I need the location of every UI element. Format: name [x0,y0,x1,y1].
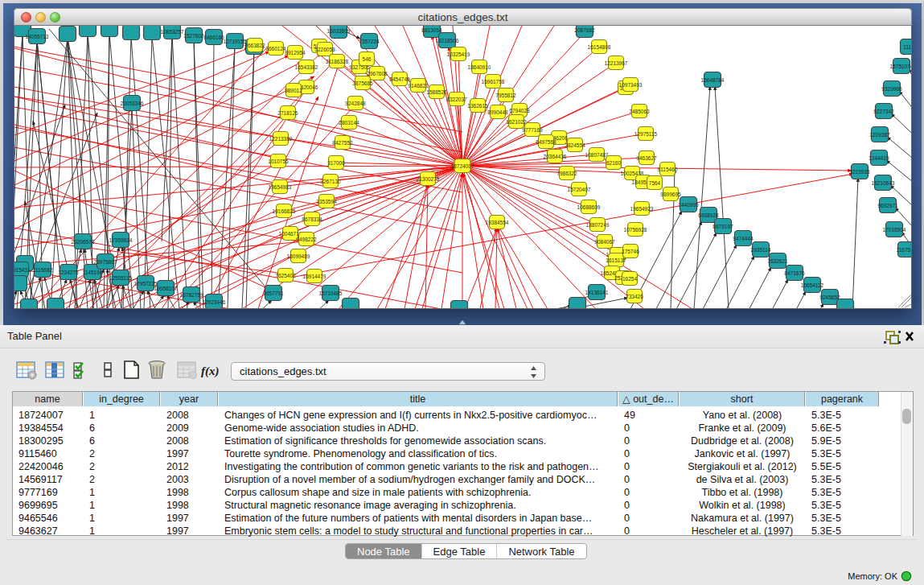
svg-text:18640910: 18640910 [468,64,491,70]
svg-text:1527602: 1527602 [183,33,204,39]
svg-text:14055713: 14055713 [26,34,49,39]
svg-text:1621022: 1621022 [506,119,527,125]
svg-text:10756928: 10756928 [624,227,647,233]
svg-text:1115682: 1115682 [33,267,53,273]
svg-text:8322037: 8322037 [446,97,467,102]
svg-text:1167534: 1167534 [897,247,912,253]
svg-text:1010755: 1010755 [268,159,289,164]
svg-text:23975867: 23975867 [94,259,117,265]
svg-text:10807487: 10807487 [585,152,609,158]
svg-text:9329966: 9329966 [881,86,902,92]
svg-text:10654112: 10654112 [801,282,824,288]
svg-text:6938928: 6938928 [698,212,719,218]
svg-text:9498222: 9498222 [296,237,317,242]
svg-text:175746: 175746 [622,249,639,254]
svg-text:1145194: 1145194 [83,270,103,275]
svg-text:17359924: 17359924 [109,237,133,243]
svg-text:8912954: 8912954 [285,50,306,56]
svg-text:1209387: 1209387 [869,132,890,138]
svg-text:989012: 989012 [285,88,302,93]
svg-text:10325419: 10325419 [447,51,470,57]
svg-text:6497568: 6497568 [536,139,556,145]
svg-text:7632621: 7632621 [767,258,788,264]
svg-text:8466160: 8466160 [203,35,224,40]
svg-text:9084067: 9084067 [594,239,615,245]
svg-text:18807249: 18807249 [586,222,610,228]
svg-text:15751074: 15751074 [890,64,912,69]
svg-text:9657791: 9657791 [263,290,284,296]
svg-text:9242848: 9242848 [345,101,366,106]
svg-text:6679197: 6679197 [713,224,733,229]
svg-text:9463627: 9463627 [636,155,657,161]
svg-text:1353594: 1353594 [316,199,337,204]
svg-text:10719155: 10719155 [224,39,247,44]
svg-text:16254: 16254 [622,276,637,282]
svg-text:12923446: 12923446 [203,299,226,305]
svg-text:19218506: 19218506 [436,38,459,43]
svg-text:20053346: 20053346 [121,101,144,106]
svg-text:9692971: 9692971 [877,203,898,208]
svg-text:1117: 1117 [903,44,912,50]
svg-text:546: 546 [363,56,372,62]
svg-text:19384554: 19384554 [486,220,509,225]
svg-text:1362615: 1362615 [467,103,488,109]
svg-text:7663822: 7663822 [244,43,265,48]
svg-text:3824554: 3824554 [565,142,585,148]
svg-text:3215935: 3215935 [849,169,870,175]
svg-text:8813054: 8813054 [421,27,442,33]
svg-text:16961758: 16961758 [482,79,505,84]
svg-text:10973493: 10973493 [619,82,643,88]
svg-text:12505115: 12505115 [109,275,133,281]
svg-text:12213389: 12213389 [269,136,293,142]
svg-text:15720407: 15720407 [568,187,591,192]
svg-text:14136141: 14136141 [585,290,609,295]
svg-text:17016504: 17016504 [883,227,906,233]
svg-text:7625402: 7625402 [275,273,296,278]
svg-text:16543382: 16543382 [295,64,318,70]
svg-text:1244419: 1244419 [869,155,889,161]
svg-text:9474444: 9474444 [733,236,754,241]
svg-text:9115460: 9115460 [658,167,678,172]
svg-text:1588520: 1588520 [426,89,447,95]
svg-text:16033809: 16033809 [327,28,351,34]
svg-text:7564: 7564 [649,180,661,186]
svg-text:3267130: 3267130 [320,179,341,184]
svg-text:19166825: 19166825 [273,208,296,214]
svg-text:19654983: 19654983 [269,184,292,190]
svg-text:9899695: 9899695 [660,192,681,197]
svg-text:12213967: 12213967 [605,60,628,66]
svg-text:2935114: 2935114 [751,247,771,253]
svg-text:6794028: 6794028 [509,108,530,113]
svg-text:8471676: 8471676 [784,270,805,276]
svg-text:1615137: 1615137 [606,257,626,263]
svg-text:2967608: 2967608 [367,71,388,76]
svg-text:19654923: 19654923 [630,206,654,212]
svg-text:8427552: 8427552 [332,140,353,146]
svg-text:8990448: 8990448 [487,109,508,115]
svg-text:62160: 62160 [606,160,621,166]
svg-text:2087682: 2087682 [574,27,595,33]
svg-text:10853257: 10853257 [161,29,184,35]
svg-text:3875685: 3875685 [352,80,373,86]
svg-text:18724007: 18724007 [451,163,474,169]
svg-text:20364436: 20364436 [544,154,567,159]
svg-text:15710485: 15710485 [319,290,343,296]
svg-text:7485063: 7485063 [629,109,650,114]
svg-text:16914479: 16914479 [303,274,326,279]
svg-text:7986322: 7986322 [556,171,577,176]
svg-text:2718126: 2718126 [277,110,298,116]
svg-text:733426: 733426 [626,294,643,299]
svg-text:12975115: 12975115 [634,131,658,137]
svg-text:16154808: 16154808 [588,44,611,50]
svg-text:9245652: 9245652 [819,295,840,300]
svg-text:8454749: 8454749 [389,76,410,82]
svg-text:31186328: 31186328 [326,59,349,64]
svg-text:1234275: 1234275 [58,270,79,275]
svg-text:3915431: 3915431 [14,267,31,273]
svg-text:8660124: 8660124 [265,46,286,51]
svg-text:7955812: 7955812 [495,93,516,98]
svg-text:f(x): f(x) [201,365,220,378]
svg-text:9777169: 9777169 [522,127,543,133]
svg-text:5226058: 5226058 [314,47,335,52]
svg-text:9146821: 9146821 [408,83,429,89]
